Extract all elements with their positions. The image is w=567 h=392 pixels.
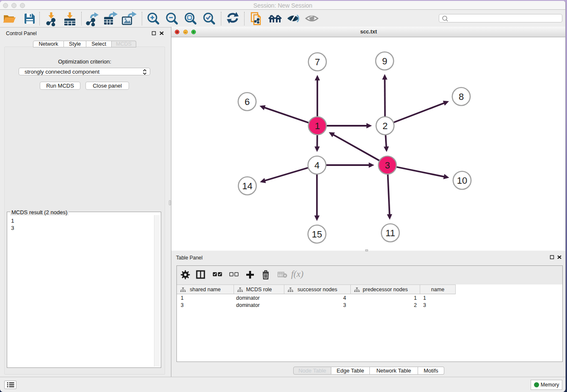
- svg-text:9: 9: [382, 56, 387, 66]
- svg-text:3: 3: [385, 160, 390, 171]
- svg-text:14: 14: [242, 181, 252, 191]
- svg-text:4: 4: [314, 160, 319, 171]
- svg-text:8: 8: [459, 91, 464, 102]
- svg-text:6: 6: [245, 97, 250, 107]
- svg-text:15: 15: [312, 229, 322, 240]
- svg-text:2: 2: [383, 121, 388, 131]
- svg-text:1: 1: [315, 121, 320, 131]
- svg-text:11: 11: [385, 228, 395, 238]
- svg-text:7: 7: [315, 57, 320, 67]
- svg-text:10: 10: [457, 175, 467, 186]
